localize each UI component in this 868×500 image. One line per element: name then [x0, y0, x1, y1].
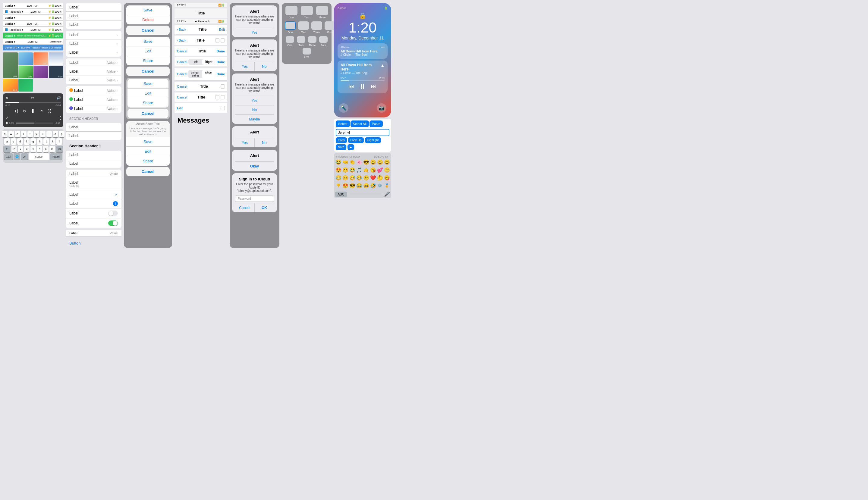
copy-button[interactable]: Copy [336, 137, 347, 143]
alert-ok-button[interactable]: OK [255, 203, 274, 212]
key-backspace[interactable]: ⌫ [56, 146, 63, 152]
emoji-flower[interactable]: 🌸 [356, 159, 362, 166]
emoji-r6[interactable]: ❤️ [370, 174, 376, 181]
more-button[interactable]: ▶ [347, 144, 354, 150]
key-i[interactable]: i [46, 131, 52, 137]
emoji-laughing[interactable]: 😂 [335, 159, 342, 166]
player-secondary-pause[interactable]: ⏸ [5, 121, 9, 125]
emoji-r3[interactable]: 😅 [349, 174, 355, 181]
checkbox-a[interactable] [215, 95, 220, 99]
emoji-cool[interactable]: 😎 [363, 159, 369, 166]
emoji-extra[interactable]: 😄 [384, 159, 390, 166]
ls-prev-button[interactable]: ⏮ [349, 83, 354, 90]
seg-longer[interactable]: Longer String [188, 70, 202, 78]
table-row[interactable]: Label [66, 21, 121, 29]
table-row[interactable]: Label [66, 12, 121, 21]
key-k[interactable]: k [50, 138, 56, 145]
key-u[interactable]: u [40, 131, 45, 137]
media-cell-4[interactable]: 0:15 [49, 53, 64, 65]
cancel-button[interactable]: Cancel [177, 84, 187, 88]
emoji-smile[interactable]: 😃 [377, 159, 383, 166]
table-row-info[interactable]: Label i [66, 199, 121, 208]
emoji-s6[interactable]: 🤣 [370, 182, 376, 189]
grid-cell[interactable]: Two [298, 21, 309, 34]
cancel-button[interactable]: Cancel [177, 49, 187, 53]
player-expand-btn[interactable]: ⤢ [5, 116, 9, 120]
table-row-value[interactable]: Label Value [66, 170, 121, 178]
key-return[interactable]: return [50, 153, 62, 160]
select-all-button[interactable]: Select All [350, 121, 369, 127]
ls-music-expand[interactable]: ▲ [380, 63, 385, 68]
back-button[interactable]: ‹Back [177, 27, 186, 32]
ls-notification[interactable]: iPhone now All Down Hill from Here // Ci… [337, 43, 388, 59]
emoji-keyboard[interactable]: FREQUENTLY USED SMILEYS & F 😂 🤜 👏 🌸 😎 😀 … [334, 153, 391, 198]
grid-cell[interactable]: Five [285, 48, 329, 58]
table-row[interactable]: Label Value › [66, 67, 121, 76]
save-button[interactable]: Save [126, 5, 170, 15]
abc-key[interactable]: ABC [335, 192, 347, 197]
table-row-check[interactable]: Label ✓ [66, 190, 121, 199]
key-mic[interactable]: 🎤 [21, 153, 28, 160]
media-cell-5[interactable]: 0:05 [19, 66, 33, 78]
delete-button[interactable]: Delete [126, 15, 170, 24]
key-v[interactable]: v [31, 146, 36, 152]
edit-button[interactable]: Edit [127, 89, 168, 98]
table-row-toggle-on[interactable]: Label [66, 218, 121, 228]
emoji-r7[interactable]: 🤔 [377, 174, 383, 181]
key-l[interactable]: l [56, 138, 62, 145]
alert-maybe-button[interactable]: Maybe [235, 115, 274, 124]
media-cell-6[interactable] [33, 66, 48, 78]
grid-cell[interactable]: Two [296, 36, 306, 47]
save-button[interactable]: Save [126, 137, 170, 147]
table-row[interactable]: Label Value › [66, 86, 121, 95]
segmented-control[interactable]: Left Right [188, 59, 215, 65]
key-shift[interactable]: ⇧ [3, 146, 11, 152]
key-z[interactable]: z [11, 146, 17, 152]
media-cell-8[interactable]: 0:15 [3, 79, 18, 92]
media-cell-9[interactable] [19, 79, 33, 92]
emoji-r5[interactable]: 😉 [363, 174, 369, 181]
table-row[interactable]: Label Value › [66, 76, 121, 84]
player-back-btn[interactable]: ⟨ [59, 115, 61, 120]
emoji-happy[interactable]: 😊 [342, 167, 348, 173]
highlight-button[interactable]: Highlight [365, 137, 381, 143]
key-emoji[interactable]: 🌐 [13, 153, 20, 160]
ls-music-progress[interactable] [341, 80, 385, 81]
player-play-btn[interactable]: ⏸ [31, 108, 36, 114]
key-c[interactable]: c [24, 146, 30, 152]
table-row[interactable]: Label [66, 132, 121, 140]
seg-left[interactable]: Left [188, 59, 202, 65]
alert-no-button[interactable]: No [255, 138, 274, 147]
save-button[interactable]: Save [126, 37, 170, 46]
emoji-s4[interactable]: 😂 [356, 182, 362, 189]
emoji-lol[interactable]: 😂 [349, 167, 355, 173]
alert-okay-button[interactable]: Okay [235, 162, 274, 171]
cancel-button[interactable]: Cancel [177, 60, 187, 64]
grid-cell[interactable]: Three [315, 6, 329, 19]
key-b[interactable]: b [37, 146, 42, 152]
table-row[interactable]: Label › [66, 31, 121, 39]
checkbox-2[interactable] [221, 38, 225, 43]
key-s[interactable]: s [11, 138, 16, 145]
player-rewind-btn[interactable]: ⟨⟨ [15, 108, 19, 114]
emoji-clap[interactable]: 👏 [349, 159, 355, 166]
emoji-s7[interactable]: ⚙️ [377, 182, 383, 189]
back-button[interactable]: ‹Back [177, 38, 186, 43]
cancel-button[interactable]: Cancel [126, 167, 170, 176]
key-w[interactable]: w [9, 131, 14, 137]
emoji-fist[interactable]: 🤜 [342, 159, 348, 166]
edit-button[interactable]: Edit [219, 28, 225, 31]
key-space[interactable]: space [29, 153, 49, 160]
edit-button[interactable]: Edit [126, 147, 170, 156]
grid-cell[interactable]: Two [300, 6, 313, 19]
note-button[interactable]: Note [336, 144, 346, 150]
key-h[interactable]: h [37, 138, 43, 145]
checkbox-1[interactable] [215, 38, 220, 43]
table-row[interactable]: Label [66, 159, 121, 168]
ls-flashlight-icon[interactable]: 🔦 [339, 103, 348, 113]
media-cell-3[interactable]: 0:05 [33, 53, 48, 65]
alert-yes-button[interactable]: Yes [235, 138, 255, 147]
player-sound-btn[interactable]: 🔊 [56, 96, 61, 100]
seg-short[interactable]: Short [202, 70, 215, 78]
select-button[interactable]: Select [336, 121, 350, 127]
